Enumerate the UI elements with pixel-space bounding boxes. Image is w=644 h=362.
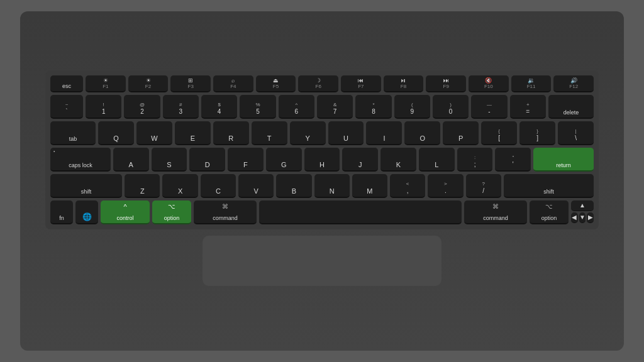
f3-key[interactable]: ⊞ F3: [170, 75, 211, 92]
arrow-right-key[interactable]: ▶: [587, 212, 594, 223]
f2-key[interactable]: ☀ F2: [128, 75, 169, 92]
number-row: ~` !1 @2 #3 $4 %5 ^6 &7: [50, 95, 594, 119]
h-key[interactable]: H: [304, 148, 340, 172]
bracket-open-key[interactable]: {[: [481, 121, 517, 145]
tab-key[interactable]: tab: [50, 121, 96, 145]
function-row: esc ☀ F1 ☀ F2 ⊞ F3 ⌕ F4 ⏏ F5: [50, 75, 594, 92]
6-key[interactable]: ^6: [279, 95, 314, 119]
option-left-key[interactable]: ⌥ option: [152, 200, 191, 224]
bottom-row: fn 🌐 ^ control ⌥ option ⌘ command ⌘ comm…: [50, 200, 594, 224]
b-key[interactable]: B: [276, 174, 311, 198]
9-key[interactable]: (9: [394, 95, 430, 119]
a-key[interactable]: A: [113, 148, 149, 172]
z-row: shift Z X C V B N M <, >. ?/ shift: [50, 174, 594, 198]
z-key[interactable]: Z: [125, 174, 160, 198]
shift-left-key[interactable]: shift: [50, 174, 122, 198]
u-key[interactable]: U: [328, 121, 364, 145]
4-key[interactable]: $4: [201, 95, 237, 119]
f-key[interactable]: F: [228, 148, 264, 172]
8-key[interactable]: *8: [355, 95, 391, 119]
w-key[interactable]: W: [136, 121, 172, 145]
command-left-key[interactable]: ⌘ command: [194, 200, 257, 224]
o-key[interactable]: O: [404, 121, 440, 145]
e-key[interactable]: E: [175, 121, 211, 145]
s-key[interactable]: S: [152, 148, 187, 172]
2-key[interactable]: @2: [124, 95, 160, 119]
0-key[interactable]: )0: [433, 95, 469, 119]
n-key[interactable]: N: [314, 174, 350, 198]
f12-key[interactable]: 🔊 F12: [553, 75, 594, 92]
l-key[interactable]: L: [419, 148, 455, 172]
5-key[interactable]: %5: [240, 95, 275, 119]
p-key[interactable]: P: [443, 121, 479, 145]
arrow-keys: ▲ ◀ ▼ ▶: [571, 200, 594, 224]
i-key[interactable]: I: [366, 121, 402, 145]
f9-key[interactable]: ⏭ F9: [426, 75, 466, 92]
fn-key[interactable]: fn: [50, 200, 73, 224]
slash-key[interactable]: ?/: [466, 174, 501, 198]
control-key[interactable]: ^ control: [101, 200, 150, 224]
option-right-key[interactable]: ⌥ option: [530, 200, 569, 224]
f5-key[interactable]: ⏏ F5: [256, 75, 296, 92]
t-key[interactable]: T: [252, 121, 287, 145]
1-key[interactable]: !1: [86, 95, 121, 119]
x-key[interactable]: X: [162, 174, 197, 198]
esc-key[interactable]: esc: [50, 75, 83, 92]
f11-key[interactable]: 🔉 F11: [511, 75, 552, 92]
7-key[interactable]: &7: [317, 95, 353, 119]
laptop-body: esc ☀ F1 ☀ F2 ⊞ F3 ⌕ F4 ⏏ F5: [20, 11, 624, 351]
f1-key[interactable]: ☀ F1: [86, 75, 126, 92]
c-key[interactable]: C: [201, 174, 236, 198]
arrow-left-key[interactable]: ◀: [571, 212, 578, 223]
3-key[interactable]: #3: [163, 95, 199, 119]
q-row: tab Q W E R T Y U I O P {[ }] |\: [50, 121, 594, 145]
arrow-down-key[interactable]: ▼: [579, 212, 586, 223]
comma-key[interactable]: <,: [390, 174, 425, 198]
f6-key[interactable]: ☽ F6: [298, 75, 338, 92]
v-key[interactable]: V: [238, 174, 274, 198]
equals-key[interactable]: +=: [510, 95, 546, 119]
spacebar-key[interactable]: [259, 200, 462, 224]
f4-key[interactable]: ⌕ F4: [213, 75, 253, 92]
bracket-close-key[interactable]: }]: [519, 121, 555, 145]
r-key[interactable]: R: [213, 121, 249, 145]
trackpad[interactable]: [203, 236, 441, 286]
y-key[interactable]: Y: [290, 121, 326, 145]
quote-key[interactable]: "': [495, 148, 531, 172]
period-key[interactable]: >.: [428, 174, 463, 198]
q-key[interactable]: Q: [98, 121, 134, 145]
minus-key[interactable]: —-: [471, 95, 507, 119]
caps-lock-key[interactable]: • caps lock: [50, 148, 111, 172]
return-key[interactable]: return: [533, 148, 594, 172]
backslash-key[interactable]: |\: [558, 121, 594, 145]
globe-key[interactable]: 🌐: [75, 200, 98, 224]
d-key[interactable]: D: [189, 148, 225, 172]
shift-right-key[interactable]: shift: [504, 174, 594, 198]
f8-key[interactable]: ⏯ F8: [384, 75, 424, 92]
command-right-key[interactable]: ⌘ command: [464, 200, 527, 224]
arrow-lr-row: ◀ ▼ ▶: [571, 212, 594, 223]
m-key[interactable]: M: [352, 174, 387, 198]
delete-key[interactable]: delete: [548, 95, 594, 119]
k-key[interactable]: K: [380, 148, 416, 172]
a-row: • caps lock A S D F G H J K L :; "' retu…: [50, 148, 594, 172]
tilde-key[interactable]: ~`: [50, 95, 83, 119]
f10-key[interactable]: 🔇 F10: [469, 75, 509, 92]
f7-key[interactable]: ⏮ F7: [341, 75, 381, 92]
arrow-up-key[interactable]: ▲: [571, 200, 594, 211]
j-key[interactable]: J: [342, 148, 378, 172]
keyboard: esc ☀ F1 ☀ F2 ⊞ F3 ⌕ F4 ⏏ F5: [45, 70, 599, 229]
semicolon-key[interactable]: :;: [457, 148, 493, 172]
g-key[interactable]: G: [266, 148, 302, 172]
